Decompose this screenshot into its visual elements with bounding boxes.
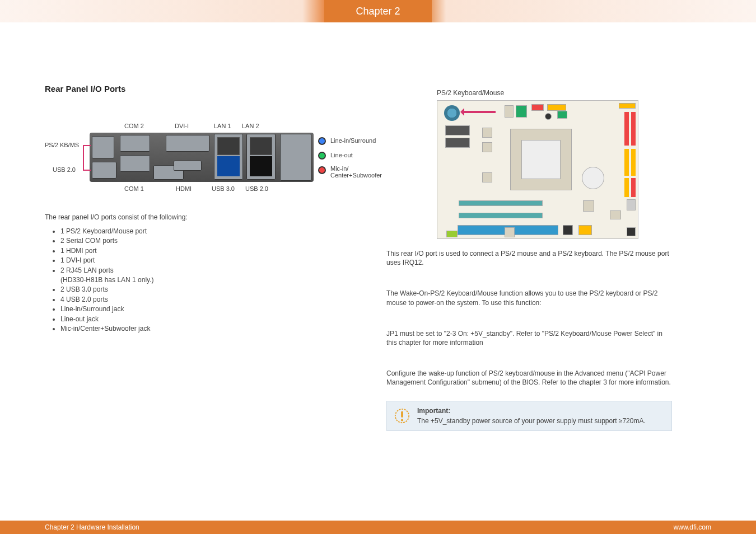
mic-in-jack-icon [318, 166, 326, 174]
svg-point-2 [401, 419, 403, 421]
note-body: The +5V_standby power source of your pow… [417, 417, 664, 425]
important-icon [394, 407, 410, 424]
label-usb20-bot: USB 2.0 [245, 185, 268, 192]
paragraph-intro: This rear I/O port is used to connect a … [386, 249, 672, 267]
list-item: Mic-in/Center+Subwoofer jack [60, 324, 370, 334]
rear-panel-diagram: PS/2 KB/MS USB 2.0 COM 2 COM 1 DVI-I HDM… [45, 116, 358, 200]
label-usb20-left: USB 2.0 [53, 166, 76, 173]
paragraph-jumper: JP1 must be set to "2-3 On: +5V_standby"… [386, 329, 672, 347]
list-item: 1 DVI-I port [60, 256, 370, 265]
audio-block-icon [280, 134, 311, 181]
paragraph-bios: Configure the wake-up function of PS/2 k… [386, 369, 672, 387]
com2-port-icon [120, 135, 150, 152]
lead-line [83, 145, 84, 171]
list-item-text: 2 RJ45 LAN ports [60, 266, 114, 274]
label-lan1: LAN 1 [214, 123, 231, 129]
important-note: Important: The +5V_standby power source … [386, 401, 672, 431]
list-item: 2 USB 3.0 ports [60, 285, 370, 294]
motherboard-board [437, 100, 638, 239]
list-item: 1 PS/2 Keyboard/Mouse port [60, 227, 370, 236]
dvi-port-icon [166, 135, 209, 152]
section-title-rear-panel: Rear Panel I/O Ports [45, 84, 370, 93]
motherboard-diagram: PS/2 Keyboard/Mouse [437, 89, 638, 235]
label-lan2: LAN 2 [242, 123, 259, 129]
lan2-port-icon [246, 134, 276, 180]
port-list: The rear panel I/O ports consist of the … [45, 213, 370, 334]
com1-port-icon [120, 155, 150, 172]
port-list-intro: The rear panel I/O ports consist of the … [45, 213, 370, 221]
footer: Chapter 2 Hardware Installation www.dfi.… [0, 521, 756, 534]
paragraph-wake: The Wake-On-PS/2 Keyboard/Mouse function… [386, 289, 672, 307]
label-com1: COM 1 [124, 185, 144, 192]
right-column: PS/2 Keyboard/Mouse PS/2 Keyboard/Mouse [386, 73, 672, 431]
line-out-jack-icon [318, 152, 326, 160]
label-ps2: PS/2 KB/MS [45, 142, 79, 148]
svg-rect-1 [401, 411, 403, 417]
list-item: 2 Serial COM ports [60, 236, 370, 246]
label-dvi: DVI-I [175, 123, 189, 129]
label-mic-in: Mic-in/ Center+Subwoofer [330, 165, 382, 179]
list-item: Line-in/Surround jack [60, 305, 370, 314]
list-item: Line-out jack [60, 315, 370, 324]
label-hdmi: HDMI [176, 185, 192, 192]
lan1-port-icon [214, 134, 243, 180]
note-title: Important: [417, 407, 664, 415]
usb20-left-icon [92, 162, 116, 179]
label-line-out: Line-out [330, 152, 353, 158]
hdmi-port-icon [174, 161, 202, 171]
footer-left: Chapter 2 Hardware Installation [45, 523, 139, 531]
lead-line [83, 145, 91, 146]
list-item-subtext: (HD330-H81B has LAN 1 only.) [60, 276, 154, 284]
lead-line [83, 170, 91, 171]
header-banner: Chapter 2 [0, 0, 756, 22]
arrow-icon [462, 111, 496, 113]
motherboard-label: PS/2 Keyboard/Mouse [437, 89, 638, 97]
label-com2: COM 2 [124, 123, 144, 129]
left-column: Rear Panel I/O Ports PS/2 [45, 84, 370, 334]
list-item: 2 RJ45 LAN ports (HD330-H81B has LAN 1 o… [60, 266, 370, 285]
rear-panel-image [90, 133, 314, 182]
footer-right: www.dfi.com [674, 523, 711, 531]
label-usb30: USB 3.0 [212, 185, 235, 192]
list-item: 4 USB 2.0 ports [60, 295, 370, 305]
chapter-label: Chapter 2 [324, 0, 432, 22]
label-line-in: Line-in/Surround [330, 137, 376, 144]
list-item: 1 HDMI port [60, 246, 370, 256]
ps2-port-icon [92, 136, 114, 158]
line-in-jack-icon [318, 137, 326, 145]
